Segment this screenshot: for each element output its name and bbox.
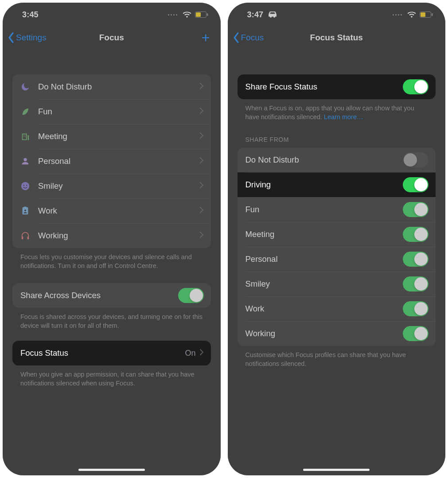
share-across-devices-footer: Focus is shared across your devices, and…: [12, 308, 211, 330]
share-focus-status-toggle[interactable]: [403, 79, 429, 94]
status-time: 3:47: [247, 10, 264, 19]
svg-rect-12: [421, 12, 425, 17]
share-across-devices-row[interactable]: Share Across Devices: [12, 283, 211, 308]
focus-mode-label: Smiley: [38, 181, 199, 191]
focus-modes-list: Do Not Disturb Fun Meeting: [12, 74, 211, 248]
cellular-dots-icon: [168, 14, 177, 16]
share-from-label: Meeting: [245, 229, 403, 239]
status-bar: 3:47: [228, 3, 446, 27]
nav-bar: Settings Focus +: [3, 27, 221, 51]
chevron-right-icon: [199, 107, 204, 116]
focus-status-screen: 3:47 Focus Focus Status Share Focus Stat…: [228, 3, 446, 475]
cellular-dots-icon: [393, 14, 402, 16]
chevron-right-icon: [199, 182, 204, 190]
person-icon: [20, 156, 38, 166]
focus-mode-working[interactable]: Working: [12, 223, 211, 248]
battery-icon: [420, 12, 433, 18]
share-from-working[interactable]: Working: [238, 321, 436, 346]
smiley-icon: [20, 181, 38, 191]
focus-status-label: Focus Status: [20, 348, 185, 358]
home-indicator[interactable]: [303, 469, 370, 471]
share-across-devices-label: Share Across Devices: [20, 291, 178, 300]
chevron-right-icon: [199, 132, 204, 141]
share-from-list: Do Not Disturb Driving Fun Meeting Perso…: [238, 148, 436, 346]
add-focus-button[interactable]: +: [199, 33, 213, 42]
status-time: 3:45: [22, 10, 39, 19]
share-from-meeting[interactable]: Meeting: [238, 222, 436, 247]
svg-rect-1: [196, 12, 201, 17]
chevron-right-icon: [199, 349, 204, 358]
chevron-left-icon: [7, 32, 15, 43]
focus-mode-personal[interactable]: Personal: [12, 149, 211, 174]
focus-mode-fun[interactable]: Fun: [12, 99, 211, 124]
back-button[interactable]: Settings: [7, 32, 47, 43]
share-from-label: Smiley: [245, 279, 403, 289]
share-from-toggle[interactable]: [403, 202, 429, 217]
focus-status-row[interactable]: Focus Status On: [12, 341, 211, 365]
svg-rect-13: [432, 13, 433, 16]
headphones-icon: [20, 231, 38, 241]
status-bar: 3:45: [3, 3, 221, 27]
share-across-devices-toggle[interactable]: [178, 288, 204, 303]
leaf-icon: [20, 107, 38, 117]
share-from-fun[interactable]: Fun: [238, 197, 436, 222]
svg-rect-7: [24, 206, 27, 208]
share-from-do-not-disturb[interactable]: Do Not Disturb: [238, 148, 436, 172]
share-from-toggle[interactable]: [403, 326, 429, 341]
share-from-smiley[interactable]: Smiley: [238, 272, 436, 296]
share-focus-status-row[interactable]: Share Focus Status: [238, 74, 436, 99]
focus-mode-label: Personal: [38, 156, 199, 166]
share-from-label: Do Not Disturb: [245, 155, 403, 165]
focus-mode-meeting[interactable]: Meeting: [12, 124, 211, 149]
back-button[interactable]: Focus: [232, 32, 264, 43]
chevron-left-icon: [232, 32, 240, 43]
chevron-right-icon: [199, 206, 204, 215]
back-label: Focus: [241, 33, 264, 43]
focus-status-footer: When you give an app permission, it can …: [12, 365, 211, 388]
focus-mode-work[interactable]: Work: [12, 198, 211, 223]
focus-status-value: On: [185, 349, 195, 358]
svg-rect-10: [27, 237, 29, 239]
share-focus-status-footer: When a Focus is on, apps that you allow …: [238, 99, 436, 122]
learn-more-link[interactable]: Learn more…: [324, 113, 363, 120]
chevron-right-icon: [199, 157, 204, 166]
svg-point-8: [24, 210, 26, 211]
badge-icon: [20, 206, 38, 216]
svg-rect-9: [22, 237, 23, 239]
share-from-toggle[interactable]: [403, 301, 429, 316]
battery-icon: [195, 12, 208, 18]
nav-bar: Focus Focus Status: [228, 27, 446, 51]
focus-mode-label: Work: [38, 206, 199, 216]
share-from-toggle[interactable]: [403, 276, 429, 291]
wifi-icon: [182, 11, 192, 18]
svg-point-4: [23, 185, 24, 186]
focus-mode-label: Meeting: [38, 132, 199, 141]
car-icon: [268, 11, 277, 18]
focus-settings-screen: 3:45 Settings Focus + Do Not Disturb: [3, 3, 221, 475]
share-from-toggle[interactable]: [403, 227, 429, 242]
share-from-toggle[interactable]: [403, 177, 429, 192]
wifi-icon: [407, 11, 417, 18]
share-from-personal[interactable]: Personal: [238, 247, 436, 272]
home-indicator[interactable]: [78, 469, 145, 471]
share-from-label: Fun: [245, 205, 403, 214]
moon-icon: [20, 82, 38, 92]
share-from-label: Working: [245, 329, 403, 338]
share-from-work[interactable]: Work: [238, 296, 436, 321]
svg-rect-2: [207, 13, 208, 16]
share-from-toggle[interactable]: [403, 252, 429, 267]
share-from-toggle[interactable]: [403, 152, 429, 167]
back-label: Settings: [16, 33, 47, 43]
share-from-header: Share From: [238, 122, 436, 148]
svg-point-5: [26, 185, 27, 186]
share-from-footer: Customise which Focus profiles can share…: [238, 346, 436, 369]
svg-point-3: [21, 182, 29, 190]
building-icon: [20, 132, 38, 141]
focus-mode-do-not-disturb[interactable]: Do Not Disturb: [12, 74, 211, 99]
share-focus-status-group: Share Focus Status: [238, 74, 436, 99]
focus-mode-smiley[interactable]: Smiley: [12, 174, 211, 198]
focus-mode-label: Fun: [38, 107, 199, 117]
focus-mode-label: Working: [38, 231, 199, 241]
focus-mode-label: Do Not Disturb: [38, 82, 199, 92]
share-from-driving[interactable]: Driving: [238, 172, 436, 197]
